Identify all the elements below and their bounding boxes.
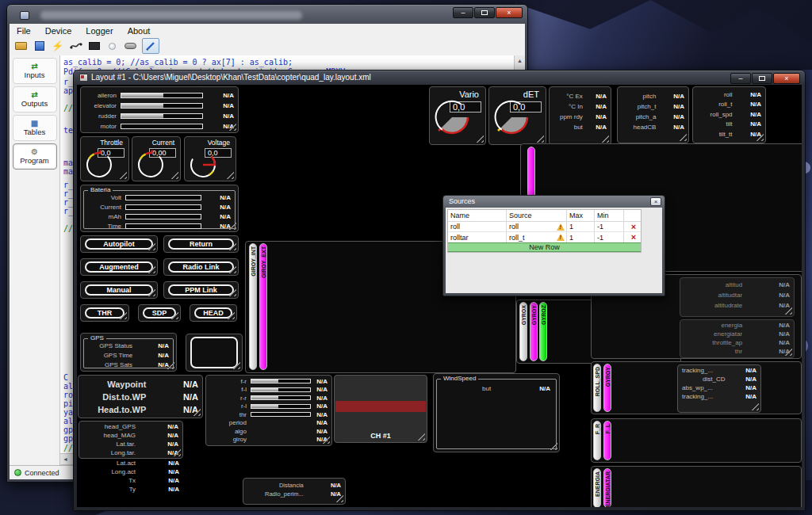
delete-row-icon[interactable]: × [624, 222, 641, 231]
bulb-icon[interactable] [105, 40, 119, 52]
cell-source[interactable]: roll [507, 222, 567, 231]
voltage-gauge-panel[interactable]: Voltage 0,0 [184, 136, 236, 181]
editor-window-title-blurred [40, 11, 302, 20]
row-value: N/A [733, 101, 761, 108]
column-min[interactable]: Min [595, 210, 624, 221]
new-row-button[interactable]: New Row [448, 242, 641, 252]
tab-program[interactable]: ⚙Program [13, 143, 57, 170]
flash-icon[interactable]: ⚡ [51, 40, 64, 52]
minimize-button[interactable]: – [453, 7, 473, 18]
cell-name[interactable]: rolltar [448, 232, 507, 242]
bar-energia[interactable]: ENERGIA [593, 468, 601, 507]
bar-giroy-int[interactable]: GIROY_INT [249, 243, 257, 370]
row-value: N/A [136, 432, 178, 439]
bar-f-r[interactable]: F_R [593, 421, 601, 460]
right-row4-panel[interactable]: ENERGIA ENERGIATAR [591, 466, 802, 507]
menu-logger[interactable]: Logger [79, 25, 120, 36]
maximize-button[interactable] [474, 7, 495, 18]
close-button[interactable]: × [773, 73, 800, 84]
current-gauge-panel[interactable]: Current 0,00 [132, 136, 181, 181]
column-source[interactable]: Source [507, 210, 567, 221]
open-folder-icon[interactable] [14, 40, 28, 52]
cell-min[interactable]: -1 [595, 232, 624, 242]
bateria-panel[interactable]: Bateria VoltN/A CurrentN/A mAhN/A TimeN/… [80, 185, 239, 232]
layout-pen-icon[interactable] [142, 38, 159, 54]
bar-roll-spd[interactable]: ROLL_SPD [593, 364, 601, 412]
dialog-body: Name Source Max Min roll roll 1 -1 × rol… [446, 208, 662, 293]
menu-about[interactable]: About [121, 25, 158, 36]
progress-bar [121, 124, 203, 129]
bar-energiatar[interactable]: ENERGIATAR [603, 468, 611, 507]
tab-inputs[interactable]: ⇄Inputs [13, 58, 57, 84]
det-gauge-panel[interactable]: dET 0,0 [488, 86, 546, 145]
bar-gyroy[interactable]: GYROY [530, 302, 538, 361]
bar-gyroy2[interactable]: GYROY [603, 364, 611, 412]
blank-button[interactable] [190, 337, 238, 368]
minimize-button[interactable]: – [730, 73, 751, 84]
gamepad-icon[interactable] [124, 40, 137, 52]
vario-gauge-panel[interactable]: Vario 0,0 [429, 86, 486, 145]
row-label: motor [85, 123, 117, 130]
bar-f-l[interactable]: F_L [603, 421, 611, 460]
radio-link-button[interactable]: Radio Link [168, 261, 234, 273]
cell-name[interactable]: roll [448, 222, 507, 231]
row-label: ppm rdy [553, 113, 583, 120]
table-row[interactable]: rolltar roll_t 1 -1 × [448, 232, 641, 242]
throttle-gauge-panel[interactable]: Throttle 0,0 [80, 136, 129, 181]
cell-max[interactable]: 1 [567, 222, 595, 231]
cell-min[interactable]: -1 [595, 222, 624, 231]
env-panel[interactable]: °C ExN/A °C InN/A ppm rdyN/A butN/A [549, 86, 611, 145]
thr-button[interactable]: THR [85, 307, 124, 319]
return-button[interactable]: Return [168, 238, 234, 250]
table-row[interactable]: roll roll 1 -1 × [448, 222, 641, 232]
row-label: Lat.tar. [83, 441, 136, 448]
autopilot-button[interactable]: Autopilot [85, 238, 153, 250]
gauge-arc [490, 95, 542, 143]
save-icon[interactable] [33, 40, 46, 52]
bar-gyrox[interactable]: GYROX [519, 302, 527, 361]
resize-grip[interactable] [599, 132, 609, 143]
column-name[interactable]: Name [448, 210, 507, 221]
right-row3-panel[interactable]: F_R F_L [591, 418, 802, 463]
menu-device[interactable]: Device [38, 25, 79, 36]
manual-button[interactable]: Manual [85, 284, 153, 296]
close-button[interactable]: × [496, 7, 523, 18]
tab-outputs[interactable]: ⇄Outputs [13, 86, 57, 113]
screen-icon[interactable] [87, 40, 101, 52]
row-label: °C Ex [553, 93, 583, 100]
connect-icon[interactable] [69, 40, 82, 52]
column-max[interactable]: Max [567, 210, 595, 221]
delete-row-icon[interactable]: × [624, 232, 641, 242]
windspeed-panel[interactable]: WindSpeed butN/A [433, 373, 560, 452]
row-label: headCB [622, 124, 656, 131]
right-row2-panel[interactable]: ROLL_SPD GYROY tracking_...N/A dist_CDN/… [591, 361, 802, 414]
roll-panel[interactable]: rollN/A roll_tN/A roll_spdN/A tiltN/A ti… [692, 86, 766, 143]
pitch-panel[interactable]: pitchN/A pitch_tN/A pitch_aN/A headCBN/A [617, 86, 689, 143]
augmented-button[interactable]: Augmented [85, 261, 153, 273]
progress-bar [251, 395, 311, 400]
bar-giroy-ext[interactable]: GIROY_EXT [259, 243, 267, 370]
motors-panel[interactable]: f-rN/A f-lN/A r-rN/A r-lN/A thrN/A perio… [205, 375, 332, 446]
energia-panel[interactable]: energiaN/A energiatarN/A throttle_apN/A … [680, 319, 795, 358]
row-value: N/A [583, 93, 607, 100]
rc-channels-panel[interactable]: aileronN/A elevatorN/A rudderN/A motorN/… [80, 86, 239, 133]
row-value: N/A [205, 223, 231, 230]
altitud-panel[interactable]: altitudN/A altitudtarN/A altitudrateN/A [680, 277, 795, 317]
row-label: Ty [82, 486, 136, 493]
menu-file[interactable]: File [10, 25, 38, 36]
maximize-button[interactable] [752, 73, 772, 84]
tracking-panel[interactable]: tracking_...N/A dist_CDN/A abs_wp_...N/A… [677, 364, 761, 413]
head-button[interactable]: HEAD [194, 307, 232, 319]
resize-grip[interactable] [749, 400, 759, 410]
waypoint-panel[interactable]: WaypointN/A Dist.to.WPN/A Head.to.WPN/A [78, 375, 203, 418]
tab-tables[interactable]: ▦Tables [13, 115, 57, 141]
bar-gyroz[interactable]: GYROZ [539, 302, 547, 361]
nav-panel[interactable]: head_GPSN/A head_MAGN/A Lat.tar.N/A Long… [79, 421, 183, 459]
ppm-link-button[interactable]: PPM Link [168, 284, 234, 296]
cell-max[interactable]: 1 [567, 232, 595, 242]
distancia-panel[interactable]: DistanciaN/A Radio_perim...N/A [243, 478, 346, 505]
cell-source[interactable]: roll_t [507, 232, 567, 242]
gps-panel[interactable]: GPS GPS StatusN/A GPS TimeN/A GPS SatsN/… [80, 333, 177, 372]
close-icon[interactable]: × [650, 197, 661, 206]
ch1-panel[interactable]: CH #1 [334, 375, 427, 443]
